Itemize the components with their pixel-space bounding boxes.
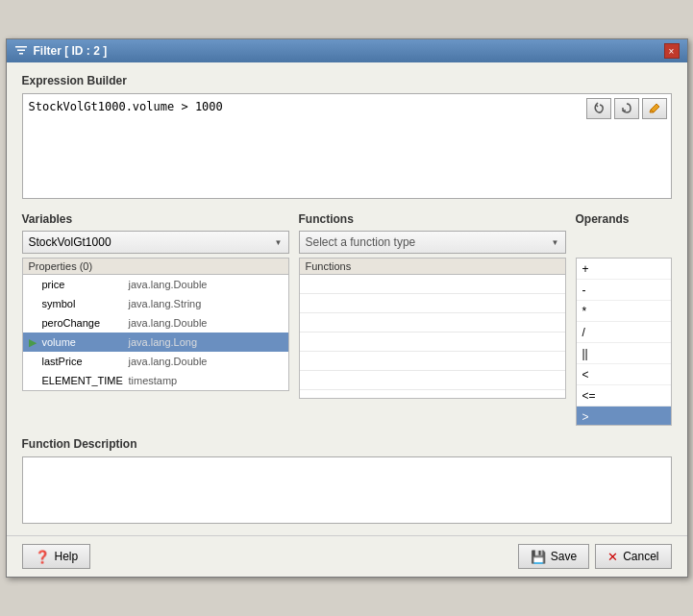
property-row[interactable]: price java.lang.Double [23,275,288,294]
property-indicator: ▶ [29,337,42,348]
functions-list-rows [300,275,565,398]
help-icon: ❓ [35,550,50,564]
functions-table: Functions [299,258,566,399]
func-row-4 [300,333,565,352]
properties-rows: price java.lang.Double symbol java.lang.… [23,275,288,390]
operands-column: Operands +-*/||<<=> [576,212,672,426]
properties-header: Properties (0) [23,259,288,275]
func-row-3 [300,313,565,333]
property-row[interactable]: peroChange java.lang.Double [23,313,288,333]
variables-dropdown[interactable]: StockVolGt1000 ▼ [22,231,289,254]
property-type: java.lang.Double [129,279,208,290]
function-description-label: Function Description [22,437,672,451]
functions-list-header: Functions [300,259,565,275]
func-row-6 [300,371,565,390]
chevron-down-icon: ▼ [275,238,283,247]
columns-row: Variables StockVolGt1000 ▼ Properties (0… [22,212,672,426]
operands-header: Operands [576,212,672,226]
cancel-icon: ✕ [607,550,618,564]
operand-row[interactable]: - [577,280,671,301]
operand-row[interactable]: <= [577,385,671,407]
operand-row[interactable]: * [577,301,671,322]
bottom-bar: ❓ Help 💾 Save ✕ Cancel [7,535,687,577]
cancel-button[interactable]: ✕ Cancel [595,544,671,569]
variables-header: Variables [22,212,289,226]
help-label: Help [55,550,79,563]
expression-toolbar [586,98,667,119]
edit-button[interactable] [642,98,667,119]
property-name: peroChange [42,317,129,329]
undo-icon [592,102,606,115]
variables-column: Variables StockVolGt1000 ▼ Properties (0… [22,212,289,426]
property-row[interactable]: ELEMENT_TIME timestamp [23,371,288,390]
property-name: ELEMENT_TIME [42,375,129,386]
property-name: price [42,279,129,290]
refresh-icon [620,102,633,115]
operands-box[interactable]: +-*/||<<=> [576,258,672,426]
undo-button[interactable] [586,98,611,119]
properties-table: Properties (0) price java.lang.Double sy… [22,258,289,391]
property-type: java.lang.Double [129,356,208,367]
refresh-button[interactable] [614,98,639,119]
property-row[interactable]: lastPrice java.lang.Double [23,352,288,371]
operand-row[interactable]: < [577,364,671,385]
function-description-box [22,456,672,524]
dialog-body: Expression Builder StockVolGt1000.volume… [7,62,687,535]
func-row-2 [300,294,565,313]
cancel-label: Cancel [623,550,658,563]
property-type: java.lang.Double [129,317,208,329]
save-button[interactable]: 💾 Save [518,544,589,569]
func-row-1 [300,275,565,294]
help-button[interactable]: ❓ Help [22,544,91,569]
svg-rect-1 [17,50,25,52]
property-name: volume [42,336,129,348]
operand-row[interactable]: || [577,343,671,364]
variables-dropdown-value: StockVolGt1000 [29,235,111,249]
property-name: symbol [42,298,129,309]
close-button[interactable]: × [664,43,680,59]
property-name: lastPrice [42,356,129,367]
operand-row[interactable]: > [577,407,671,426]
operand-row[interactable]: / [577,322,671,343]
title-bar: Filter [ ID : 2 ] × [7,39,687,62]
expression-builder-label: Expression Builder [22,74,672,87]
svg-rect-0 [15,46,27,48]
pencil-icon [648,102,661,115]
function-description-section: Function Description [22,437,672,524]
functions-dropdown[interactable]: Select a function type ▼ [299,231,566,254]
property-row[interactable]: symbol java.lang.String [23,294,288,313]
functions-header: Functions [299,212,566,226]
property-row[interactable]: ▶ volume java.lang.Long [23,333,288,352]
expression-text: StockVolGt1000.volume > 1000 [29,100,223,113]
func-row-5 [300,352,565,371]
property-type: java.lang.String [129,298,202,309]
chevron-down-icon-functions: ▼ [552,238,559,247]
functions-column: Functions Select a function type ▼ Funct… [299,212,566,426]
functions-dropdown-placeholder: Select a function type [306,235,416,249]
operands-spacer [576,231,672,254]
dialog-title: Filter [ ID : 2 ] [34,44,108,58]
property-type: java.lang.Long [129,336,198,348]
save-icon: 💾 [531,550,546,564]
footer-right-buttons: 💾 Save ✕ Cancel [518,544,672,569]
save-label: Save [551,550,577,563]
operand-row[interactable]: + [577,259,671,280]
property-type: timestamp [129,375,178,386]
expression-area: StockVolGt1000.volume > 1000 [22,93,672,199]
svg-rect-2 [19,53,23,55]
filter-dialog: Filter [ ID : 2 ] × Expression Builder S… [6,38,688,578]
title-bar-left: Filter [ ID : 2 ] [14,44,108,58]
filter-icon [14,44,28,58]
